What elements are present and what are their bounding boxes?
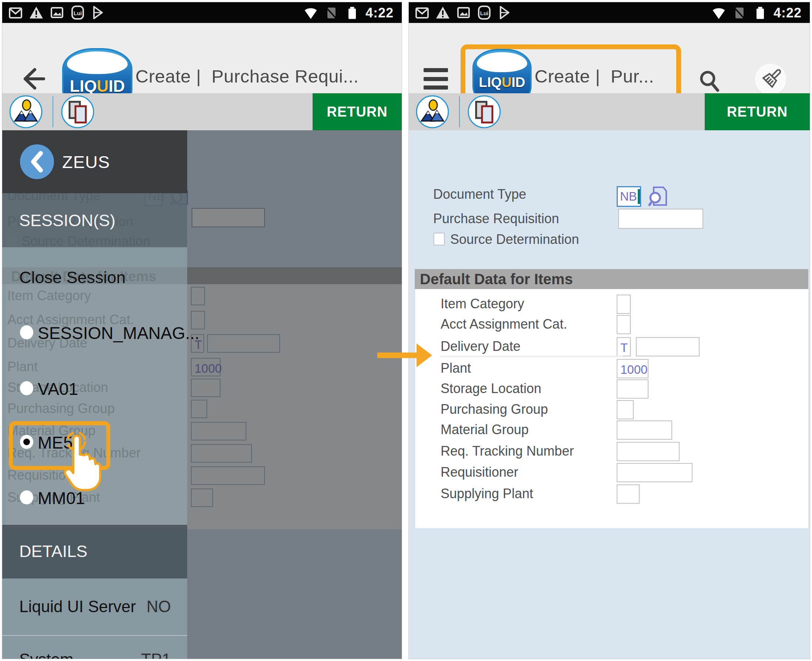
- warning-icon: [435, 5, 450, 20]
- form-row-field[interactable]: T: [617, 337, 631, 356]
- session-label: SESSION_MANAG...: [38, 323, 199, 343]
- play-store-icon: [91, 5, 106, 20]
- purchase-requisition-field[interactable]: [618, 209, 703, 229]
- section-heading: Default Data for Items: [420, 271, 573, 287]
- app-header: LIQUID Create | Pur...: [409, 23, 810, 94]
- notification-icons: Lui: [415, 5, 513, 20]
- details-heading: DETAILS: [19, 542, 87, 561]
- form-row-field[interactable]: [617, 420, 672, 440]
- logo-gloss: [67, 51, 127, 73]
- tutorial-arrow-icon: [374, 339, 436, 372]
- screenshot-root: Lui 4:22 LIQUID Create | Purchase Requi.…: [0, 0, 812, 661]
- photo-icon: [456, 5, 471, 20]
- text-cursor: [638, 189, 640, 204]
- toolbar: RETURN: [2, 93, 402, 130]
- system-status-icons: 4:22: [303, 5, 393, 21]
- menu-icon[interactable]: [424, 68, 448, 89]
- landscape-icon[interactable]: [9, 95, 43, 128]
- wifi-icon: [712, 6, 726, 20]
- server-name: ZEUS: [62, 152, 110, 172]
- form-row-field[interactable]: [617, 379, 648, 399]
- svg-text:Lui: Lui: [480, 10, 489, 16]
- copy-pages-icon[interactable]: [61, 95, 95, 128]
- play-store-icon: [498, 5, 513, 20]
- value-help-icon[interactable]: [647, 185, 668, 208]
- collapse-drawer-icon[interactable]: [20, 144, 54, 179]
- system-status-icons: 4:22: [712, 5, 802, 21]
- search-icon[interactable]: [699, 69, 721, 93]
- form-row-field[interactable]: [617, 484, 640, 504]
- right-phone-screen: Lui 4:22 LIQUID Create | Pur...: [409, 2, 810, 659]
- return-button[interactable]: RETURN: [313, 93, 402, 130]
- return-button[interactable]: RETURN: [705, 93, 810, 130]
- source-determination-label: Source Determination: [450, 232, 579, 247]
- form-row-field[interactable]: [617, 463, 693, 482]
- radio-button[interactable]: [20, 381, 33, 395]
- drawer-divider: [2, 635, 187, 636]
- battery-icon: [345, 6, 360, 20]
- form-row-field[interactable]: [636, 337, 699, 356]
- document-type-label: Document Type: [433, 187, 526, 202]
- close-session-item[interactable]: Close Session: [19, 268, 126, 287]
- form-row-label: Requisitioner: [441, 465, 518, 480]
- logo-wordmark: LIQUID: [64, 77, 131, 96]
- logo-wordmark: LIQUID: [474, 75, 530, 90]
- form-row-field[interactable]: [617, 295, 631, 314]
- toolbar-divider: [53, 96, 53, 127]
- purchase-requisition-form: Document Type NB Purchase Requisition So…: [409, 130, 810, 659]
- form-row-label: Delivery Date: [441, 338, 521, 354]
- logo-gloss: [477, 52, 527, 72]
- back-arrow-icon[interactable]: [18, 64, 48, 94]
- toolbar: RETURN: [409, 93, 810, 130]
- svg-text:Lui: Lui: [73, 10, 82, 16]
- session-item-session-manag-[interactable]: SESSION_MANAG...: [2, 321, 187, 344]
- document-type-field[interactable]: NB: [617, 186, 641, 207]
- form-row-label: Purchasing Group: [441, 402, 548, 417]
- screen-content: Document Type NB Purchase Requisition So…: [2, 130, 402, 659]
- purchase-requisition-label: Purchase Requisition: [433, 211, 559, 227]
- no-sim-icon: [732, 6, 747, 20]
- clock: 4:22: [774, 5, 802, 21]
- warning-icon: [29, 5, 44, 20]
- form-row-label: Material Group: [441, 422, 529, 437]
- clock: 4:22: [366, 5, 393, 21]
- form-row-label: Plant: [441, 361, 471, 376]
- sessions-heading: SESSION(S): [19, 211, 115, 230]
- liquid-ui-server-label: Liquid UI Server: [19, 597, 136, 616]
- wifi-icon: [303, 6, 318, 20]
- form-row-field[interactable]: [617, 315, 631, 334]
- system-label: System: [19, 650, 73, 659]
- delivery-row-underline: [441, 356, 623, 357]
- form-row-field[interactable]: 1000: [617, 359, 648, 378]
- notification-icons: Lui: [8, 5, 106, 20]
- page-title: Create | Pur...: [535, 66, 654, 86]
- form-row-field[interactable]: [617, 442, 680, 461]
- form-row-label: Storage Location: [441, 381, 541, 396]
- navigation-drawer: ZEUS SESSION(S) Close Session SESSION_MA…: [2, 130, 187, 659]
- lui-app-icon: Lui: [70, 5, 85, 20]
- session-label: VA01: [38, 379, 78, 399]
- form-row-label: Acct Assignment Cat.: [441, 316, 567, 332]
- landscape-icon[interactable]: [416, 95, 449, 128]
- toolbar-divider: [459, 96, 460, 127]
- page-title: Create | Purchase Requi...: [135, 66, 359, 86]
- session-item-va01[interactable]: VA01: [2, 377, 187, 400]
- liquid-ui-server-value: NO: [146, 597, 171, 616]
- left-phone-screen: Lui 4:22 LIQUID Create | Purchase Requi.…: [2, 2, 402, 659]
- photo-icon: [49, 5, 64, 20]
- no-sim-icon: [324, 6, 339, 20]
- source-determination-checkbox[interactable]: [433, 232, 445, 246]
- tap-hand-icon: [59, 431, 107, 495]
- form-row-field[interactable]: [617, 400, 634, 419]
- gmail-icon: [8, 5, 23, 20]
- content-scrim: [187, 130, 402, 659]
- gmail-icon: [415, 5, 430, 20]
- radio-button[interactable]: [20, 325, 33, 339]
- customize-brush-button[interactable]: [755, 64, 787, 96]
- radio-button[interactable]: [20, 490, 33, 505]
- drawer-header[interactable]: ZEUS: [2, 130, 187, 193]
- battery-icon: [753, 6, 767, 20]
- system-value: TP1: [141, 650, 171, 659]
- field-value: 1000: [618, 360, 648, 377]
- copy-pages-icon[interactable]: [467, 95, 501, 128]
